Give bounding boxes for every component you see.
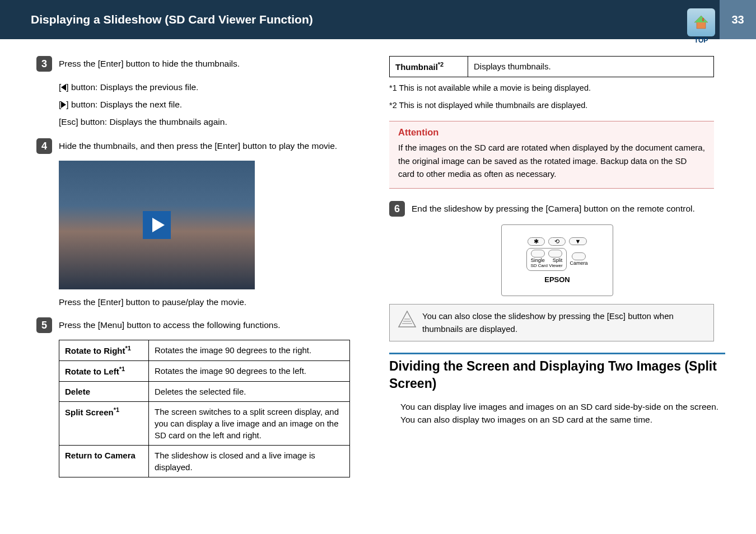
house-icon [693,14,710,31]
svg-marker-1 [694,16,708,22]
arrow-right-icon [61,101,66,108]
step-3: 3 Press the [Enter] button to hide the t… [36,56,372,72]
play-button[interactable] [143,211,171,239]
menu-functions-table: Rotate to Right*1 Rotates the image 90 d… [59,340,350,477]
header-right: TOP 33 [687,0,756,39]
section-heading: Dividing the Screen and Displaying Two I… [389,353,725,392]
top-icon-button[interactable]: TOP [687,8,715,36]
remote-sdviewer-label: SD Card Viewer [530,263,562,268]
remote-btn: ▼ [569,237,587,245]
func-desc: The slideshow is closed and a live image… [149,446,350,477]
remote-bottom-row: Single Split SD Card Viewer Camera [526,248,587,271]
step-6-text: End the slideshow by pressing the [Camer… [412,201,695,217]
step-6: 6 End the slideshow by pressing the [Cam… [389,201,725,217]
footnote-1: *1 This is not available while a movie i… [389,82,725,95]
footnote-2: *2 This is not displayed while thumbnail… [389,99,725,112]
step-number-3: 3 [36,56,52,72]
attention-box: Attention If the images on the SD card a… [389,121,714,189]
func-desc: Displays thumbnails. [468,57,714,77]
attention-text: If the images on the SD card are rotated… [398,141,705,180]
left-column: 3 Press the [Enter] button to hide the t… [28,56,381,477]
page-title: Displaying a Slideshow (SD Card Viewer F… [31,13,313,26]
remote-split-btn [548,250,562,257]
bullet-prev: [] button: Displays the previous file. [59,78,372,96]
page-number: 33 [720,0,756,39]
svg-rect-2 [702,18,704,21]
thumbnail-table: Thumbnail*2 Displays thumbnails. [389,56,714,77]
table-row: Rotate to Left*1 Rotates the image 90 de… [59,361,350,382]
table-row: Thumbnail*2 Displays thumbnails. [390,57,714,77]
step-3-bullets: [] button: Displays the previous file. [… [59,78,372,130]
bullet-esc: [Esc] button: Displays the thumbnails ag… [59,113,372,130]
step-5: 5 Press the [Menu] button to access the … [36,317,372,333]
remote-camera-label: Camera [570,260,588,266]
func-name: Thumbnail*2 [390,57,468,77]
top-label: TOP [694,36,708,44]
step-4-caption: Press the [Enter] button to pause/play t… [59,297,372,307]
remote-top-row: ✱ ⟲ ▼ [528,237,587,246]
func-desc: Deletes the selected file. [149,382,350,402]
right-column: Thumbnail*2 Displays thumbnails. *1 This… [381,56,734,477]
func-desc: Rotates the image 90 degrees to the righ… [149,340,350,361]
attention-title: Attention [398,127,705,138]
table-row: Delete Deletes the selected file. [59,382,350,402]
remote-sd-group: Single Split SD Card Viewer [526,248,566,271]
tip-icon [398,310,417,328]
remote-control-image: ✱ ⟲ ▼ Single Split SD Card Viewer [501,224,613,296]
step-number-5: 5 [36,317,52,333]
func-name: Rotate to Right*1 [59,340,149,361]
step-3-text: Press the [Enter] button to hide the thu… [59,56,240,72]
step-number-6: 6 [389,201,405,217]
func-desc: Rotates the image 90 degrees to the left… [149,361,350,382]
arrow-left-icon [61,84,66,91]
table-row: Split Screen*1 The screen switches to a … [59,402,350,446]
table-row: Rotate to Right*1 Rotates the image 90 d… [59,340,350,361]
remote-btn: ✱ [528,237,545,246]
func-name: Rotate to Left*1 [59,361,149,382]
func-name: Split Screen*1 [59,402,149,446]
table-row: Return to Camera The slideshow is closed… [59,446,350,477]
remote-single-label: Single [531,257,545,263]
step-number-4: 4 [36,138,52,154]
section-text: You can display live images and images o… [400,400,725,427]
remote-split-label: Split [553,257,563,263]
func-desc: The screen switches to a split screen di… [149,402,350,446]
func-name: Return to Camera [59,446,149,477]
tip-text: You can also close the slideshow by pres… [422,310,706,335]
page-header: Displaying a Slideshow (SD Card Viewer F… [0,0,756,39]
step-5-text: Press the [Menu] button to access the fo… [59,317,280,333]
remote-single-btn [531,250,545,257]
remote-camera-btn [572,252,586,260]
epson-brand: EPSON [544,275,570,284]
func-name: Delete [59,382,149,402]
movie-preview-image [59,161,255,289]
bullet-next: [] button: Displays the next file. [59,96,372,113]
remote-btn: ⟲ [548,237,566,246]
content-area: 3 Press the [Enter] button to hide the t… [0,39,756,489]
step-4-text: Hide the thumbnails, and then press the … [59,138,337,154]
step-4: 4 Hide the thumbnails, and then press th… [36,138,372,154]
play-icon [152,218,165,232]
tip-box: You can also close the slideshow by pres… [389,304,714,341]
